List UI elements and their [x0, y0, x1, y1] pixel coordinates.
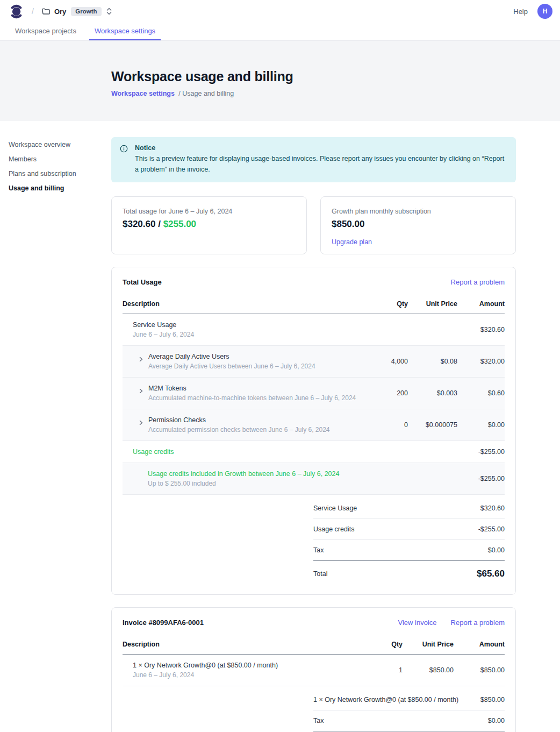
- col-unit-price: Unit Price: [408, 295, 457, 314]
- invoice-summary: 1 × Ory Network Growth@0 (at $850.00 / m…: [313, 690, 505, 732]
- col-amount: Amount: [454, 635, 505, 654]
- row-amount: -$255.00: [457, 475, 505, 482]
- row-subtitle: Accumulated machine-to-machine tokens be…: [148, 394, 356, 402]
- table-row-usage-credits: Usage credits -$255.00: [123, 441, 505, 463]
- invoice-report-a-problem-link[interactable]: Report a problem: [451, 619, 505, 627]
- notice-title: Notice: [135, 144, 507, 152]
- ory-logo-icon[interactable]: [10, 4, 23, 19]
- settings-sidenav: Workspace overview Members Plans and sub…: [0, 137, 111, 732]
- sidebar-item-members[interactable]: Members: [9, 152, 111, 166]
- subscription-card: Growth plan monthly subscription $850.00…: [320, 196, 516, 254]
- plan-badge: Growth: [71, 7, 101, 16]
- col-qty: Qty: [360, 635, 403, 654]
- invoice-table-header: Description Qty Unit Price Amount: [123, 635, 505, 655]
- view-invoice-link[interactable]: View invoice: [398, 619, 437, 627]
- invoice-table: Description Qty Unit Price Amount 1 × Or…: [123, 635, 505, 686]
- breadcrumb-current: / Usage and billing: [178, 90, 234, 97]
- row-subtitle: Average Daily Active Users between June …: [148, 363, 315, 370]
- row-unit-price: $0.000075: [408, 421, 457, 429]
- row-amount: $0.00: [457, 421, 505, 429]
- notice-body: This is a preview feature for displaying…: [135, 153, 507, 175]
- workspace-name[interactable]: Ory: [54, 8, 66, 16]
- row-amount: $320.60: [457, 326, 505, 333]
- invoice-panel: Invoice #8099AFA6-0001 View invoice Repo…: [111, 607, 516, 732]
- col-amount: Amount: [457, 295, 505, 314]
- summary-row-line: 1 × Ory Network Growth@0 (at $850.00 / m…: [313, 690, 505, 710]
- upgrade-plan-link[interactable]: Upgrade plan: [332, 238, 372, 246]
- total-usage-card-label: Total usage for June 6 – July 6, 2024: [123, 208, 296, 215]
- tab-workspace-settings[interactable]: Workspace settings: [89, 23, 161, 40]
- row-title: Usage credits included in Growth between…: [148, 470, 361, 478]
- usage-summary: Service Usage $320.60 Usage credits -$25…: [313, 498, 505, 581]
- info-icon: [120, 145, 128, 175]
- workspace-switcher-chevrons-icon[interactable]: [106, 7, 112, 16]
- row-title: Service Usage: [133, 321, 361, 329]
- sidebar-item-plans-and-subscription[interactable]: Plans and subscription: [9, 166, 111, 181]
- total-usage-card: Total usage for June 6 – July 6, 2024 $3…: [111, 196, 307, 254]
- breadcrumb: Workspace settings / Usage and billing: [111, 90, 560, 97]
- row-amount: $0.60: [457, 389, 505, 397]
- notice-banner: Notice This is a preview feature for dis…: [111, 137, 516, 182]
- row-title: Average Daily Active Users: [148, 353, 315, 360]
- help-button[interactable]: Help: [513, 8, 528, 16]
- summary-row-tax: Tax $0.00: [313, 710, 505, 731]
- table-row-usage-credits-included: Usage credits included in Growth between…: [123, 463, 505, 495]
- col-description: Description: [123, 295, 361, 314]
- avatar[interactable]: H: [537, 4, 552, 19]
- summary-row-service-usage: Service Usage $320.60: [313, 498, 505, 519]
- usage-amount: $320.60: [123, 219, 155, 229]
- page-title: Workspace usage and billing: [111, 69, 560, 84]
- col-description: Description: [123, 635, 360, 654]
- row-qty: 1: [360, 666, 403, 674]
- row-title: 1 × Ory Network Growth@0 (at $850.00 / m…: [133, 662, 360, 669]
- main-content: Notice This is a preview feature for dis…: [111, 137, 516, 732]
- total-usage-panel-title: Total Usage: [123, 278, 162, 286]
- page-header: Workspace usage and billing Workspace se…: [0, 41, 560, 121]
- table-row-average-daily-active-users[interactable]: Average Daily Active Users Average Daily…: [123, 346, 505, 378]
- table-row-permission-checks[interactable]: Permission Checks Accumulated permission…: [123, 409, 505, 441]
- expand-chevron-icon[interactable]: [139, 388, 143, 394]
- tab-workspace-projects[interactable]: Workspace projects: [10, 23, 82, 40]
- row-qty: 4,000: [361, 358, 408, 365]
- summary-row-usage-credits: Usage credits -$255.00: [313, 519, 505, 540]
- invoice-panel-title: Invoice #8099AFA6-0001: [123, 619, 204, 627]
- expand-chevron-icon[interactable]: [139, 357, 143, 362]
- expand-chevron-icon[interactable]: [139, 420, 143, 425]
- row-unit-price: $0.003: [408, 389, 457, 397]
- table-row-service-usage: Service Usage June 6 – July 6, 2024 $320…: [123, 314, 505, 346]
- total-usage-panel: Total Usage Report a problem Description…: [111, 267, 516, 595]
- row-title: Permission Checks: [148, 416, 330, 424]
- breadcrumb-separator: /: [32, 7, 34, 16]
- sidebar-item-usage-and-billing[interactable]: Usage and billing: [9, 181, 111, 195]
- row-subtitle: Accumulated permission checks between Ju…: [148, 426, 330, 433]
- subscription-card-label: Growth plan monthly subscription: [332, 208, 505, 215]
- row-title: Usage credits: [133, 448, 361, 456]
- row-qty: 0: [361, 421, 408, 429]
- row-title: M2M Tokens: [148, 385, 356, 392]
- row-subtitle: June 6 – July 6, 2024: [133, 331, 361, 338]
- top-bar: / Ory Growth Help H: [0, 0, 560, 23]
- subscription-card-value: $850.00: [332, 219, 505, 230]
- row-amount: -$255.00: [457, 448, 505, 456]
- total-usage-card-value: $320.60 / $255.00: [123, 219, 296, 230]
- col-unit-price: Unit Price: [403, 635, 454, 654]
- usage-table-header: Description Qty Unit Price Amount: [123, 295, 505, 314]
- row-subtitle: Up to $ 255.00 included: [148, 480, 361, 487]
- row-unit-price: $850.00: [403, 666, 454, 674]
- row-amount: $850.00: [454, 666, 505, 674]
- summary-row-total: Total $65.60: [313, 561, 505, 581]
- report-a-problem-link[interactable]: Report a problem: [451, 278, 505, 286]
- row-qty: 200: [361, 389, 408, 397]
- workspace-tabbar: Workspace projects Workspace settings: [0, 23, 560, 41]
- usage-credit-amount: $255.00: [163, 219, 196, 229]
- breadcrumb-workspace-settings-link[interactable]: Workspace settings: [111, 90, 175, 97]
- row-unit-price: $0.08: [408, 358, 457, 365]
- row-subtitle: June 6 – July 6, 2024: [133, 671, 360, 679]
- summary-row-tax: Tax $0.00: [313, 540, 505, 561]
- usage-table: Description Qty Unit Price Amount Servic…: [123, 295, 505, 495]
- col-qty: Qty: [361, 295, 408, 314]
- row-amount: $320.00: [457, 358, 505, 365]
- table-row-m2m-tokens[interactable]: M2M Tokens Accumulated machine-to-machin…: [123, 378, 505, 409]
- sidebar-item-workspace-overview[interactable]: Workspace overview: [9, 137, 111, 152]
- table-row-invoice-line: 1 × Ory Network Growth@0 (at $850.00 / m…: [123, 655, 505, 686]
